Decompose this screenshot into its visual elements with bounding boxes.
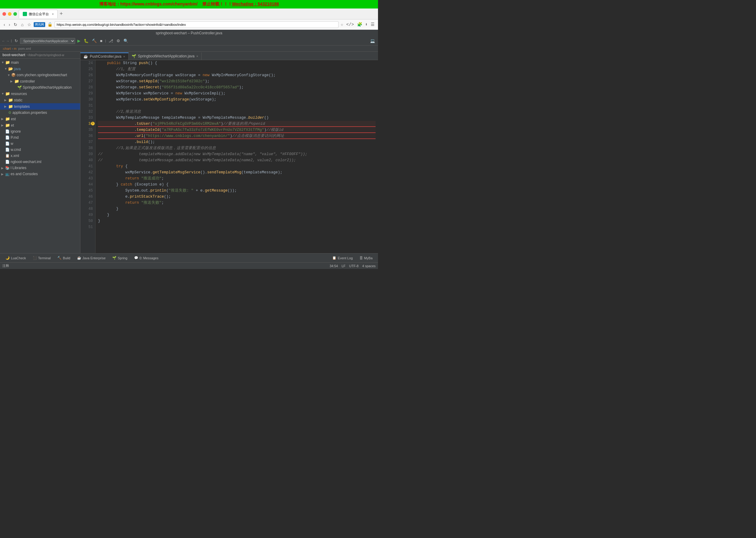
editor-tab-pushcontroller[interactable]: ☕ PushController.java × [80, 53, 129, 60]
sidebar-item-w[interactable]: 📄 w [0, 140, 80, 147]
toolbar-refresh-btn[interactable]: ↻ [13, 38, 19, 44]
bottom-tab-messages[interactable]: 💬 0: Messages [131, 255, 162, 261]
sidebar-item-app[interactable]: 🌱 SpringbootWechartApplication [0, 84, 80, 90]
tab-spring-close[interactable]: × [196, 54, 198, 58]
bottom-tab-event-log[interactable]: 📋 Event Log [329, 255, 356, 261]
code-area[interactable]: public String push() { //1, 配置 WxMpInMem… [96, 60, 378, 253]
run-btn[interactable]: ▶ [76, 38, 82, 44]
sidebar-item-static[interactable]: ▶ 📁 static [0, 97, 80, 103]
sidebar-item-appprops[interactable]: ⚙ application.properties [0, 110, 80, 116]
search-btn[interactable]: 🔍 [122, 38, 129, 44]
sidebar-item-libraries[interactable]: ▶ 📚 l Libraries [0, 165, 80, 171]
reload-btn[interactable]: ↻ [13, 22, 19, 27]
tree-label-controller: controller [20, 79, 35, 83]
editor-tab-springboot[interactable]: 🌱 SpringbootWechartApplication.java × [129, 53, 202, 60]
bottom-tab-spring[interactable]: 🌱 Spring [109, 255, 130, 261]
spring-bottom-icon: 🌱 [112, 256, 117, 260]
sidebar-item-iml[interactable]: 📄 ngboot-wechart.iml [0, 159, 80, 165]
stop-btn[interactable]: ■ [99, 38, 104, 44]
console-icon: 📺 [5, 172, 10, 176]
ln-35: 35 [80, 127, 95, 133]
line-numbers: 24 25 26 27 28 29 30 31 32 33 34 ! 35 36… [80, 60, 96, 253]
sidebar-item-controller[interactable]: ▶ 📁 controller [0, 78, 80, 84]
sidebar-project-name: boot-wechart [2, 53, 25, 57]
sidebar-item-xxml[interactable]: 📋 x.xml [0, 153, 80, 159]
ln-37: 37 [80, 139, 95, 145]
browser-min-btn[interactable] [8, 12, 12, 16]
str-url: "https://www.cnblogs.com/chenyanbin/" [146, 134, 230, 138]
bottom-tab-mybatis[interactable]: 🗄 MyBa [356, 255, 376, 261]
build-label: Build [63, 256, 70, 260]
code-line-45: System.out.println("推送失败: " + e.getMessa… [98, 188, 376, 194]
download-icon[interactable]: ⬇ [364, 22, 369, 27]
breadcrumb-pomxml: pom.xml [18, 47, 31, 50]
browser-tab-close[interactable]: × [52, 12, 54, 16]
expand-arrow-et: ▶ [1, 124, 4, 127]
ln-34: 34 ! [80, 121, 95, 127]
expand-arrow-res: ▼ [1, 92, 4, 95]
toolbar-sep2: | [105, 39, 107, 43]
debug-btn[interactable]: 🐛 [82, 38, 90, 44]
folder-icon-main: 📁 [5, 60, 10, 65]
code-line-38: //3,如果是正式版发送模版消息，这里需要配置你的信息 [98, 145, 376, 151]
ln-48: 48 [80, 206, 95, 212]
nav-bar: ‹ › ↻ ⌂ ☆ 腾讯网 🔒 ☆ </> 🧩 ⬇ ☰ [0, 20, 378, 30]
toolbar-sep1: | [10, 39, 13, 43]
sidebar-item-consoles[interactable]: ▶ 📺 es and Consoles [0, 171, 80, 177]
star-icon[interactable]: ☆ [340, 22, 344, 27]
bottom-tab-java-enterprise[interactable]: ☕ Java Enterprise [74, 255, 109, 261]
folder-icon-tmpl: 📁 [8, 104, 13, 109]
tree-label-java: java [14, 67, 21, 71]
sidebar-item-main[interactable]: ▼ 📁 main [0, 59, 80, 66]
comment-39: // templateMessage.addData(new WxMpTempl… [98, 152, 307, 156]
comment-38: //3,如果是正式版发送模版消息，这里需要配置你的信息 [116, 146, 216, 150]
fn-println: println [151, 188, 166, 193]
tab-push-close[interactable]: × [123, 55, 125, 58]
expand-arrow-pkg: ▼ [7, 74, 10, 77]
var-wxMpService: wxMpService [144, 91, 169, 96]
status-right: 34:54 LF UTF-8 4 spaces [329, 264, 376, 268]
extension-icon[interactable]: 🧩 [356, 22, 363, 27]
forward-btn[interactable]: › [8, 22, 12, 27]
ln-45: 45 [80, 188, 95, 194]
new-kw-26: new [203, 73, 210, 78]
sidebar-item-package[interactable]: ▼ 📦 com.ybchen.springbootwechart [0, 72, 80, 78]
breadcrumb-file: m [14, 47, 16, 50]
new-kw-29: new [175, 91, 182, 96]
settings-icon[interactable]: ☰ [370, 22, 376, 27]
browser-tab-wechat[interactable]: 微信公众平台 × [19, 10, 58, 18]
new-tab-btn[interactable]: + [58, 11, 65, 17]
sidebar-item-resources[interactable]: ▼ 📁 resources [0, 90, 80, 97]
sidebar-item-et[interactable]: ▶ 📁 et [0, 122, 80, 129]
messages-icon: 💬 [134, 256, 138, 260]
build-btn[interactable]: 🔨 [91, 38, 98, 44]
sidebar-item-ignore[interactable]: 📄 ignore [0, 129, 80, 134]
tree-label-ignore: ignore [11, 129, 21, 134]
code-icon[interactable]: </> [345, 22, 354, 27]
home-btn[interactable]: ⌂ [20, 22, 24, 27]
bottom-tab-build[interactable]: 🔨 Build [54, 255, 73, 261]
url-bar[interactable] [55, 21, 339, 28]
bookmark-btn[interactable]: ☆ [26, 22, 32, 27]
bottom-tab-terminal[interactable]: ⬛ Terminal [30, 255, 54, 261]
sidebar-item-templates[interactable]: ▶ 📁 templates [0, 103, 80, 110]
project-selector[interactable]: SpringbootWechartApplication [20, 38, 75, 44]
settings-btn2[interactable]: ⚙ [115, 38, 121, 44]
browser-max-btn[interactable] [13, 12, 17, 16]
bottom-tab-luacheck[interactable]: 🌙 LuaCheck [2, 255, 29, 261]
spring-icon: 🌱 [17, 85, 22, 89]
fn-toUser: toUser [137, 122, 151, 126]
sidebar-item-java[interactable]: ▼ 📂 java [0, 66, 80, 72]
sidebar-item-wcmd[interactable]: 📄 w.cmd [0, 147, 80, 153]
fn-setWxMp: setWxMpConfigStorage [144, 97, 189, 102]
comment-36: //点击模版消息要访问的网址 [232, 134, 284, 138]
java-enterprise-icon: ☕ [77, 256, 81, 260]
back-btn[interactable]: ‹ [2, 22, 6, 27]
kw-try: try [116, 164, 123, 169]
sidebar-item-pmd[interactable]: 📄 P.md [0, 134, 80, 140]
tree-label-wcmd: w.cmd [11, 147, 21, 152]
terminal-btn[interactable]: 💻 [369, 38, 376, 44]
git-btn[interactable]: ⎇ [107, 38, 115, 44]
sidebar-item-est[interactable]: ▶ 📁 est [0, 116, 80, 122]
browser-close-btn[interactable] [2, 12, 6, 16]
